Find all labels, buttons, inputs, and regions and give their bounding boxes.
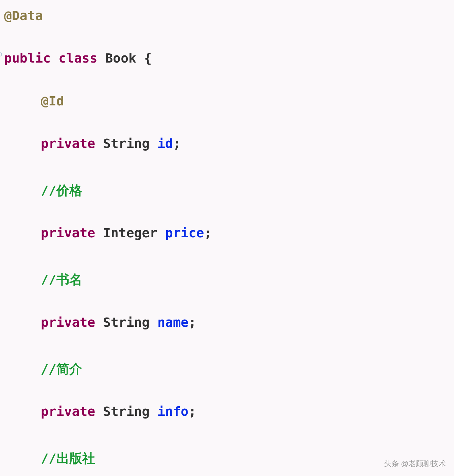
code-block: @Data public class Book { @Id private St…: [4, 5, 450, 476]
comment-name: //书名: [41, 272, 82, 287]
comment-price: //价格: [41, 183, 82, 198]
type-string: String: [103, 404, 150, 419]
keyword-private: private: [41, 404, 95, 419]
comment-info: //简介: [41, 361, 82, 376]
type-string: String: [103, 315, 150, 330]
field-id: id: [157, 136, 173, 151]
class-name: Book: [105, 51, 136, 66]
field-name: name: [157, 315, 189, 330]
semicolon: ;: [204, 225, 212, 240]
type-integer: Integer: [103, 225, 157, 240]
annotation-data: @Data: [4, 8, 43, 23]
semicolon: ;: [189, 404, 196, 419]
comment-publish: //出版社: [41, 451, 95, 466]
annotation-id: @Id: [41, 94, 64, 108]
field-price: price: [165, 225, 204, 240]
watermark-text: 头条 @老顾聊技术: [384, 458, 446, 470]
semicolon: ;: [189, 315, 196, 330]
keyword-private: private: [41, 315, 95, 330]
semicolon: ;: [173, 136, 181, 151]
gutter-indicator-icon: [0, 52, 2, 56]
type-string: String: [103, 136, 150, 151]
brace-open: {: [136, 51, 152, 66]
keyword-private: private: [41, 225, 95, 240]
keyword-private: private: [41, 136, 95, 151]
keyword-class: class: [58, 51, 97, 66]
keyword-public: public: [4, 51, 51, 66]
field-info: info: [157, 404, 189, 419]
